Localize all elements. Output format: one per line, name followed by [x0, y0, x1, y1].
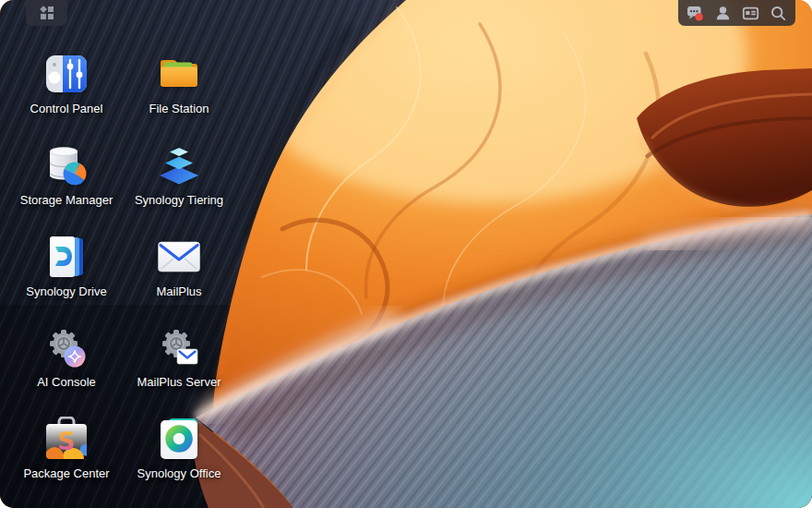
synology-office-icon [156, 416, 202, 462]
icon-label: MailPlus Server [137, 376, 221, 389]
icon-label: Synology Office [137, 467, 221, 480]
search-icon[interactable] [770, 5, 787, 22]
app-grid-icon [38, 4, 56, 22]
icon-label: MailPlus [156, 285, 201, 298]
desktop-icon-mailplus[interactable]: MailPlus [124, 234, 234, 298]
desktop-icon-synology-drive[interactable]: Synology Drive [11, 234, 122, 298]
file-station-icon [156, 51, 202, 97]
notification-badge [696, 13, 703, 20]
chat-notification-icon[interactable] [687, 5, 704, 22]
storage-manager-icon [43, 142, 90, 188]
desktop-icon-package-center[interactable]: S Package Center [11, 416, 122, 480]
dsm-desktop: Control Panel File Station [0, 0, 812, 508]
svg-text:S: S [57, 427, 75, 455]
icon-label: Storage Manager [20, 194, 113, 207]
icon-label: Control Panel [30, 103, 103, 115]
screenshot: Control Panel File Station [0, 0, 812, 508]
ai-console-icon [43, 324, 90, 370]
package-center-icon: S [43, 416, 90, 462]
control-panel-icon [43, 51, 90, 97]
desktop-icon-mailplus-server[interactable]: MailPlus Server [124, 324, 234, 389]
user-icon[interactable] [714, 5, 732, 22]
desktop-icon-storage-manager[interactable]: Storage Manager [11, 142, 122, 207]
icon-label: Package Center [23, 467, 109, 480]
mailplus-icon [156, 234, 202, 280]
desktop-icon-synology-tiering[interactable]: Synology Tiering [124, 142, 234, 207]
desktop-icon-synology-office[interactable]: Synology Office [124, 416, 234, 480]
synology-drive-icon [43, 234, 90, 280]
icon-label: AI Console [37, 376, 96, 389]
icon-label: Synology Tiering [135, 194, 223, 207]
icon-label: File Station [149, 103, 209, 115]
mailplus-server-icon [156, 324, 202, 370]
system-tray [678, 0, 795, 26]
main-menu-button[interactable] [26, 0, 67, 26]
synology-tiering-icon [156, 142, 202, 188]
desktop-icon-control-panel[interactable]: Control Panel [11, 51, 122, 115]
desktop-icon-ai-console[interactable]: AI Console [11, 324, 122, 389]
wallpaper [0, 0, 812, 508]
widgets-icon[interactable] [742, 5, 759, 22]
icon-label: Synology Drive [26, 285, 106, 298]
desktop-icon-file-station[interactable]: File Station [124, 51, 234, 115]
